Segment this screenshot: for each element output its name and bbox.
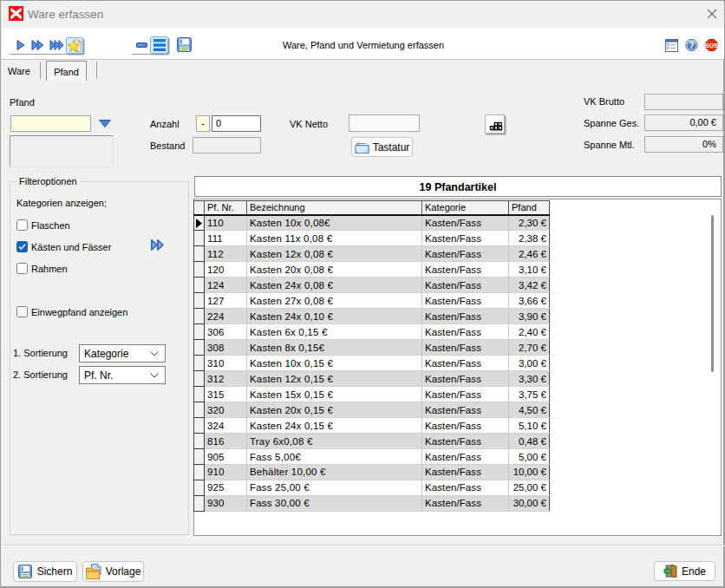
svg-text:?: ?	[689, 41, 694, 50]
svg-text:SOS: SOS	[705, 42, 718, 49]
